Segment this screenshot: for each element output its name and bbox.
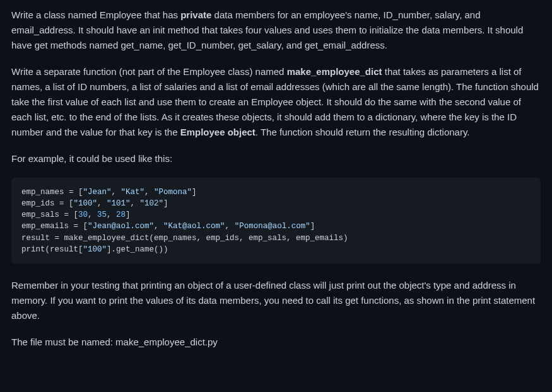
paragraph-4: Remember in your testing that printing a… [11,278,541,323]
text: . The function should return the resulti… [255,127,470,137]
bold-make-employee-dict: make_employee_dict [287,66,382,77]
paragraph-2: Write a separate function (not part of t… [11,64,541,140]
code-block: emp_names = ["Jean", "Kat", "Pomona"] em… [11,178,541,264]
bold-private: private [180,9,211,20]
text: Write a class named Employee that has [11,9,180,20]
paragraph-5: The file must be named: make_employee_di… [11,335,541,350]
paragraph-1: Write a class named Employee that has pr… [11,8,541,53]
text: Write a separate function (not part of t… [11,66,287,77]
paragraph-3: For example, it could be used like this: [11,151,541,166]
bold-employee-object: Employee object [180,127,255,137]
